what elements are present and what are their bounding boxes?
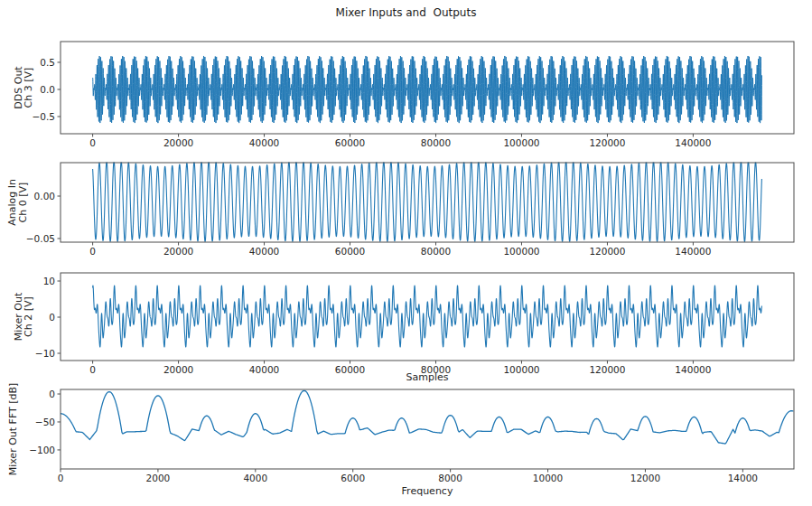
y-tick-label: 0.00 <box>34 191 55 201</box>
x-tick-label: 0 <box>58 473 64 483</box>
x-tick-label: 60000 <box>335 246 365 257</box>
x-tick-label: 100000 <box>503 137 539 148</box>
y-axis-label: Ch 0 [V] <box>17 183 29 223</box>
y-tick-label: −0.5 <box>33 111 56 122</box>
x-tick-label: 80000 <box>421 137 451 148</box>
x-tick-label: 4000 <box>243 473 267 483</box>
x-tick-label: 8000 <box>438 473 462 483</box>
x-tick-label: 10000 <box>533 473 563 483</box>
x-axis-label: Samples <box>406 371 449 383</box>
x-tick-label: 60000 <box>335 364 365 375</box>
axes-frame <box>61 389 794 469</box>
y-tick-label: −10 <box>35 348 55 359</box>
y-tick-label: 0.5 <box>40 57 55 68</box>
figure: Mixer Inputs and Outputs 020000400006000… <box>0 0 812 506</box>
x-tick-label: 0 <box>89 137 96 148</box>
x-axis-label: Frequency <box>402 485 453 497</box>
y-tick-label: 0 <box>49 312 55 323</box>
x-tick-label: 140000 <box>675 246 711 257</box>
y-tick-label: −100 <box>29 445 55 455</box>
x-tick-label: 100000 <box>503 364 539 375</box>
x-tick-label: 2000 <box>146 473 171 483</box>
x-tick-label: 20000 <box>163 246 193 257</box>
subplot-analog-in: 0200004000060000800001000001200001400000… <box>6 162 795 257</box>
plots-canvas: 0200004000060000800001000001200001400000… <box>0 0 812 506</box>
y-tick-label: −50 <box>35 417 55 427</box>
subplot-mixer-fft: 020004000600080001000012000140000−50−100… <box>7 383 795 497</box>
series-line <box>61 390 793 444</box>
x-tick-label: 120000 <box>589 246 625 257</box>
x-tick-label: 6000 <box>341 473 365 483</box>
y-tick-label: 0 <box>49 389 55 399</box>
x-tick-label: 40000 <box>249 246 279 257</box>
y-tick-label: 10 <box>43 276 55 286</box>
subplot-mixer-out: 0200004000060000800001000001200001400001… <box>13 273 795 383</box>
x-tick-label: 40000 <box>249 137 279 148</box>
x-tick-label: 12000 <box>630 473 660 483</box>
x-tick-label: 60000 <box>335 137 365 148</box>
x-tick-label: 140000 <box>675 137 711 148</box>
x-tick-label: 120000 <box>589 137 625 148</box>
x-tick-label: 0 <box>89 246 96 257</box>
x-tick-label: 80000 <box>421 246 451 257</box>
y-axis-label: Mixer Out FFT [dB] <box>7 383 19 476</box>
y-axis-label: Ch 2 [V] <box>23 296 34 337</box>
y-tick-label: 0.0 <box>40 84 55 95</box>
x-tick-label: 120000 <box>589 364 625 375</box>
x-tick-label: 140000 <box>675 364 711 375</box>
y-tick-label: −0.05 <box>26 233 55 244</box>
x-tick-label: 14000 <box>728 473 758 483</box>
x-tick-label: 20000 <box>163 137 193 148</box>
series-line <box>93 162 762 242</box>
figure-title: Mixer Inputs and Outputs <box>0 6 812 19</box>
x-tick-label: 20000 <box>163 364 193 375</box>
x-tick-label: 100000 <box>503 246 539 257</box>
series-line <box>93 56 762 123</box>
x-tick-label: 0 <box>89 364 96 375</box>
subplot-dds-out: 0200004000060000800001000001200001400000… <box>13 42 795 148</box>
y-axis-label: Ch 3 [V] <box>23 68 34 108</box>
series-line <box>93 286 762 347</box>
x-tick-label: 40000 <box>249 364 279 375</box>
